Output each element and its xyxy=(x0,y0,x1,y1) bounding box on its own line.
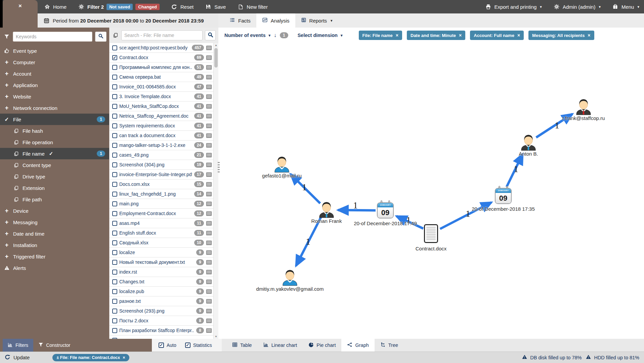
file-checkbox[interactable] xyxy=(112,309,117,314)
file-checkbox[interactable] xyxy=(112,289,117,294)
details-list-icon[interactable] xyxy=(206,279,212,284)
file-list-item[interactable]: Сводный.xlsx10 xyxy=(110,238,213,248)
file-list-item[interactable]: Программный комплекс для кон...51 xyxy=(110,63,213,72)
view-tab-table[interactable]: Table xyxy=(226,339,258,352)
remove-chip-icon[interactable]: × xyxy=(588,33,590,38)
file-list-item[interactable] xyxy=(110,335,213,339)
file-list-item[interactable]: MoU_Netrika_StaffCop.docx41 xyxy=(110,102,213,111)
details-list-icon[interactable] xyxy=(206,123,212,128)
person-node[interactable] xyxy=(317,201,336,220)
file-list-item[interactable]: sce:agent:http:post:request:body457 xyxy=(110,43,213,53)
file-checkbox[interactable] xyxy=(112,240,117,245)
sidebar-item-alerts[interactable]: Alerts xyxy=(0,262,109,274)
file-checkbox[interactable] xyxy=(112,231,117,236)
person-node[interactable] xyxy=(281,269,299,288)
file-checkbox[interactable] xyxy=(112,172,117,177)
dimension-chip[interactable]: Account: Full name× xyxy=(470,31,524,40)
update-button[interactable]: Update xyxy=(5,354,30,361)
file-search-button[interactable] xyxy=(205,30,216,40)
file-list-item[interactable]: Посты 2.docx8 xyxy=(110,316,213,326)
file-checkbox[interactable] xyxy=(112,143,117,148)
details-list-icon[interactable] xyxy=(206,211,212,216)
main-menu[interactable]: Menu ▾ xyxy=(607,0,644,13)
file-list-item[interactable]: Screenshot (304).png19 xyxy=(110,160,213,170)
details-list-icon[interactable] xyxy=(206,55,212,60)
sidebar-item-file-path[interactable]: File path xyxy=(0,194,109,205)
details-list-icon[interactable] xyxy=(206,240,212,245)
file-list-item[interactable]: Netrica_Staffcop_Agreement.doc41 xyxy=(110,111,213,121)
file-checkbox[interactable] xyxy=(112,45,117,50)
keywords-input[interactable] xyxy=(13,32,92,42)
details-list-icon[interactable] xyxy=(206,250,212,255)
view-tab-graph[interactable]: Graph xyxy=(341,339,374,352)
tab-facts[interactable]: Facts xyxy=(224,13,256,28)
file-checkbox[interactable] xyxy=(112,201,117,206)
sidebar-item-messaging[interactable]: +Messaging xyxy=(0,216,109,228)
file-checkbox[interactable]: ✓ xyxy=(112,55,117,60)
file-list-item[interactable]: План разработки Staffcop Enterpr...8 xyxy=(110,326,213,335)
view-tab-tree[interactable]: Tree xyxy=(375,339,404,352)
details-list-icon[interactable] xyxy=(206,65,212,70)
tab-reports[interactable]: Reports▾ xyxy=(295,13,338,28)
sidebar-item-extension[interactable]: Extension xyxy=(0,182,109,194)
statistics-checkbox[interactable]: ✓ Statistics xyxy=(185,342,212,348)
calendar-node[interactable]: JANUARY09 xyxy=(495,188,512,204)
file-list-item[interactable]: 3. Invoice Template.docx41 xyxy=(110,92,213,102)
file-checkbox[interactable] xyxy=(112,318,117,323)
sidebar-item-date-and-time[interactable]: +Date and time xyxy=(0,228,109,239)
details-list-icon[interactable] xyxy=(206,114,212,119)
sidebar-item-file-hash[interactable]: File hash xyxy=(0,125,109,136)
file-checkbox[interactable] xyxy=(112,211,117,216)
tab-constructor[interactable]: Constructor xyxy=(33,339,75,352)
person-node[interactable] xyxy=(519,133,538,153)
sidebar-item-content-type[interactable]: Content type xyxy=(0,159,109,171)
file-search-input[interactable] xyxy=(121,30,203,40)
details-list-icon[interactable] xyxy=(206,201,212,206)
details-list-icon[interactable] xyxy=(206,270,212,275)
file-checkbox[interactable] xyxy=(112,338,117,339)
file-list-item[interactable]: asas.mp411 xyxy=(110,218,213,228)
details-list-icon[interactable] xyxy=(206,104,212,109)
sidebar-item-file[interactable]: ✓File1 xyxy=(0,114,109,125)
file-list-item[interactable]: Screenshot (293).png9 xyxy=(110,306,213,316)
scroll-down-icon[interactable]: ▼ xyxy=(214,335,218,338)
auto-checkbox[interactable]: ✓ Auto xyxy=(159,342,176,348)
details-list-icon[interactable] xyxy=(206,260,212,265)
file-checkbox[interactable] xyxy=(112,328,117,333)
person-node[interactable] xyxy=(574,98,593,117)
file-list-item[interactable]: can track a document.docx41 xyxy=(110,131,213,140)
details-list-icon[interactable] xyxy=(206,328,212,333)
file-list-item[interactable]: English stuff.docx11 xyxy=(110,228,213,238)
file-checkbox[interactable] xyxy=(112,270,117,275)
sidebar-item-file-name[interactable]: File name✓1 xyxy=(0,148,109,159)
file-checkbox[interactable] xyxy=(112,279,117,284)
file-checkbox[interactable] xyxy=(112,123,117,128)
sidebar-item-event-type[interactable]: Event type xyxy=(0,45,109,56)
document-node[interactable] xyxy=(424,224,438,243)
file-list-item[interactable]: Новый текстовый документ.txt9 xyxy=(110,257,213,267)
sidebar-item-file-operation[interactable]: File operation xyxy=(0,136,109,148)
file-checkbox[interactable] xyxy=(112,162,117,167)
details-list-icon[interactable] xyxy=(206,221,212,226)
file-checkbox[interactable] xyxy=(112,104,117,109)
file-checkbox[interactable] xyxy=(112,260,117,265)
file-checkbox[interactable] xyxy=(112,299,117,304)
sidebar-item-application[interactable]: +Application xyxy=(0,79,109,91)
details-list-icon[interactable] xyxy=(206,133,212,138)
file-checkbox[interactable] xyxy=(112,65,117,70)
details-list-icon[interactable] xyxy=(206,231,212,236)
filter-button[interactable]: Filter 2 Not saved Changed xyxy=(73,0,164,13)
sidebar-item-account[interactable]: +Account xyxy=(0,68,109,79)
file-list-item[interactable]: main.png12 xyxy=(110,199,213,209)
file-list-item[interactable]: ✓Contract.docx69 xyxy=(110,53,213,63)
sidebar-item-computer[interactable]: +Computer xyxy=(0,56,109,68)
sidebar-item-drive-type[interactable]: Drive type xyxy=(0,171,109,182)
reset-button[interactable]: Reset xyxy=(166,0,198,13)
file-list-item[interactable]: invoice-Enterprise-Suite-Integer.pdf17 xyxy=(110,170,213,179)
file-checkbox[interactable] xyxy=(112,75,117,80)
file-list-item[interactable]: Invoice_001-0064585.docx47 xyxy=(110,82,213,92)
file-checkbox[interactable] xyxy=(112,133,117,138)
sidebar-item-network-connection[interactable]: +Network connection xyxy=(0,102,109,114)
person-node[interactable] xyxy=(273,155,291,175)
file-checkbox[interactable] xyxy=(112,182,117,187)
